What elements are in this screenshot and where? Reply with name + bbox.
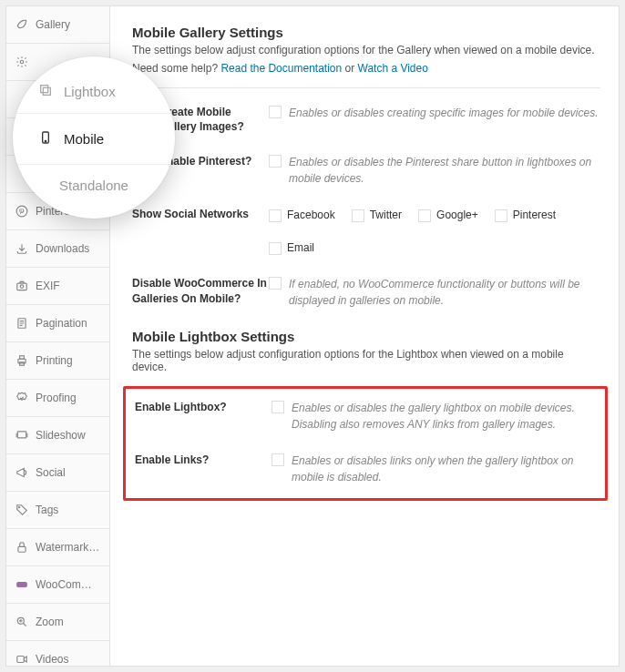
setting-row-woo: Disable WooCommerce In Galleries On Mobi…	[132, 276, 600, 309]
divider	[132, 87, 600, 88]
network-google[interactable]: Google+	[418, 207, 478, 223]
gear-icon	[15, 56, 28, 68]
setting-label: Enable Links?	[135, 453, 272, 485]
checkbox-create-mobile[interactable]	[269, 106, 282, 118]
sidebar-item-zoom[interactable]: Zoom	[6, 604, 109, 641]
setting-desc: If enabled, no WooCommerce functionality…	[289, 276, 600, 309]
network-email[interactable]: Email	[269, 239, 314, 256]
svg-point-3	[20, 285, 24, 289]
sidebar-item-label: EXIF	[36, 280, 60, 292]
svg-rect-10	[18, 546, 26, 552]
sidebar-item-woocommerce[interactable]: WooCommerce	[6, 566, 109, 604]
setting-row-create-mobile: Create Mobile Gallery Images? Enables or…	[132, 105, 600, 134]
setting-desc: Enables or disables creating specific im…	[289, 105, 599, 121]
svg-rect-13	[17, 657, 25, 663]
social-networks-group: Facebook Twitter Google+ Pinterest Email	[269, 207, 600, 256]
svg-rect-15	[43, 87, 50, 95]
svg-rect-11	[16, 582, 27, 587]
video-icon	[15, 653, 28, 666]
printer-icon	[15, 354, 28, 367]
sidebar-item-videos[interactable]: Videos	[6, 641, 109, 666]
lightbox-section-subtitle: The settings below adjust configuration …	[132, 348, 600, 373]
checkbox-enable-lightbox[interactable]	[272, 401, 284, 413]
mag-item-lightbox[interactable]: Lightbox	[13, 74, 175, 114]
sidebar-item-label: Zoom	[36, 616, 64, 628]
megaphone-icon	[15, 466, 28, 479]
download-icon	[15, 242, 28, 255]
network-label: Facebook	[287, 207, 335, 223]
setting-label: Disable WooCommerce In Galleries On Mobi…	[132, 276, 269, 309]
svg-rect-14	[41, 85, 48, 92]
network-label: Pinterest	[513, 207, 556, 223]
setting-label: Show Social Networks	[132, 207, 269, 256]
svg-point-9	[19, 507, 20, 508]
sidebar-item-label: Tags	[36, 504, 58, 516]
zoom-icon	[15, 616, 28, 628]
video-link[interactable]: Watch a Video	[358, 62, 428, 75]
sidebar-item-label: Slideshow	[36, 429, 86, 442]
woo-icon	[15, 578, 28, 591]
doc-link[interactable]: Read the Documentation	[220, 62, 342, 75]
sidebar-item-gallery[interactable]: Gallery	[6, 6, 109, 44]
sidebar-item-social[interactable]: Social	[6, 454, 109, 492]
sidebar-item-label: Pagination	[36, 317, 87, 330]
sidebar-item-label: Proofing	[36, 392, 77, 404]
or-text: or	[342, 62, 357, 75]
leaf-icon	[15, 18, 28, 31]
lock-icon	[15, 541, 28, 554]
svg-rect-8	[17, 432, 26, 438]
sidebar-item-label: Videos	[36, 653, 68, 666]
layers-icon	[38, 83, 53, 100]
network-facebook[interactable]: Facebook	[269, 207, 335, 223]
sidebar-item-slideshow[interactable]: Slideshow	[6, 417, 109, 454]
network-label: Twitter	[370, 207, 402, 223]
mobile-icon	[38, 130, 53, 148]
sidebar-item-label: Watermarking	[36, 541, 100, 554]
page-icon	[15, 317, 28, 330]
checkbox-google[interactable]	[418, 209, 431, 222]
sidebar-item-watermarking[interactable]: Watermarking	[6, 529, 109, 566]
lightbox-section-title: Mobile Lightbox Settings	[132, 329, 600, 344]
setting-row-social: Show Social Networks Facebook Twitter Go…	[132, 207, 600, 256]
network-twitter[interactable]: Twitter	[352, 207, 402, 223]
main-panel: Mobile Gallery Settings The settings bel…	[110, 6, 619, 666]
highlight-box: Enable Lightbox? Enables or disables the…	[123, 386, 608, 501]
setting-label: Enable Lightbox?	[135, 400, 272, 433]
mag-label: Lightbox	[64, 84, 116, 99]
checkbox-pinterest[interactable]	[269, 155, 282, 168]
sidebar-item-downloads[interactable]: Downloads	[6, 230, 109, 268]
sidebar-item-proofing[interactable]: Proofing	[6, 380, 109, 417]
gallery-section-title: Mobile Gallery Settings	[132, 25, 600, 40]
checkbox-facebook[interactable]	[269, 209, 282, 222]
mag-label: Mobile	[64, 131, 104, 147]
check-badge-icon	[15, 392, 28, 404]
svg-rect-6	[20, 356, 25, 360]
mag-label: Standalone	[59, 178, 128, 193]
sidebar-item-pagination[interactable]: Pagination	[6, 305, 109, 342]
svg-point-17	[45, 140, 46, 141]
checkbox-email[interactable]	[269, 242, 282, 255]
sidebar-item-label: Downloads	[36, 242, 89, 255]
mag-item-mobile[interactable]: Mobile	[13, 114, 175, 165]
checkbox-pinterest-net[interactable]	[495, 209, 507, 222]
network-pinterest[interactable]: Pinterest	[495, 207, 556, 223]
setting-row-pinterest: Enable Pinterest? Enables or disables th…	[132, 154, 600, 187]
sidebar-item-printing[interactable]: Printing	[6, 342, 109, 380]
sidebar-item-tags[interactable]: Tags	[6, 492, 109, 529]
setting-desc: Enables or disables the gallery lightbox…	[292, 400, 596, 433]
help-prefix: Need some help?	[132, 62, 220, 75]
setting-row-enable-links: Enable Links? Enables or disables links …	[135, 453, 596, 485]
tag-icon	[15, 504, 28, 516]
checkbox-twitter[interactable]	[352, 209, 364, 222]
sidebar-item-exif[interactable]: EXIF	[6, 268, 109, 305]
checkbox-woo[interactable]	[269, 277, 282, 290]
setting-desc: Enables or disables the Pinterest share …	[289, 154, 600, 187]
svg-point-1	[16, 206, 27, 217]
camera-icon	[15, 280, 28, 292]
checkbox-enable-links[interactable]	[272, 453, 284, 466]
pinterest-icon	[15, 205, 28, 218]
svg-rect-2	[17, 283, 27, 290]
magnifier-overlay: Lightbox Mobile Standalone	[13, 56, 175, 219]
sidebar-item-label: Social	[36, 466, 66, 479]
help-line: Need some help? Read the Documentation o…	[132, 62, 600, 75]
